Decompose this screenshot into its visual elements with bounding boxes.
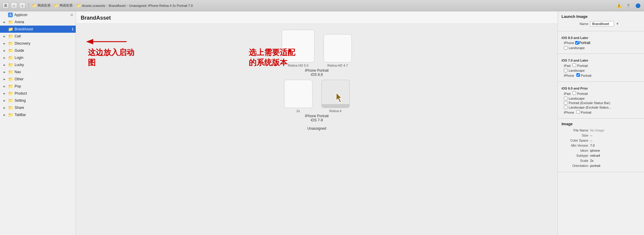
- nav-forward-button[interactable]: ›: [19, 2, 26, 9]
- launch-image-section: Launch Image Name BrandAsset ▼: [558, 11, 644, 31]
- sidebar-item-tabbar[interactable]: ▶ 📁 TabBar: [0, 111, 76, 118]
- ios6-landscape-exclude-label: Landscape (Exclude Status...: [569, 106, 611, 109]
- ios8-landscape-label: Landscape: [569, 46, 585, 50]
- subtype-label: Subtype: [561, 154, 588, 157]
- breadcrumb-item[interactable]: BrandAsset: [109, 4, 126, 7]
- sidebar-item-label: Cell: [15, 34, 21, 38]
- toolbar-separator: [29, 3, 29, 9]
- ios6-portrait-exclude-checkbox[interactable]: [564, 101, 567, 105]
- dropdown-caret[interactable]: ▼: [616, 22, 619, 26]
- slot-2x[interactable]: 2x: [284, 80, 312, 113]
- ios6-portrait-exclude-label: Portrait (Exclude Status Bar): [569, 101, 610, 105]
- toolbar-right: ⚠️ ? 🔵: [615, 2, 642, 10]
- sidebar-item-login[interactable]: ▶ 📁 Login: [0, 54, 76, 61]
- nav-back-button[interactable]: ‹: [11, 2, 17, 9]
- triangle-icon: ▶: [4, 85, 7, 88]
- breadcrumb-label: 网易彩票: [60, 3, 73, 8]
- orientation-row: Orientation portrait: [561, 164, 640, 167]
- canvas-area[interactable]: 这边放入启动图 选上需要适配的系统版本 Retina HD 5.5 Retina…: [76, 24, 558, 235]
- sidebar-item-cell[interactable]: ▶ 📁 Cell: [0, 33, 76, 40]
- breadcrumb-item[interactable]: Unassigned: iPhone Retina 4 2x Portrait …: [129, 4, 193, 7]
- color-space-row: Color Space --: [561, 139, 640, 142]
- ios6-landscape-exclude-row: Landscape (Exclude Status...: [564, 106, 640, 109]
- triangle-icon: ▶: [4, 92, 7, 95]
- folder-icon: 📁: [8, 77, 13, 82]
- breadcrumb-label: Unassigned: iPhone Retina 4 2x Portrait …: [129, 4, 193, 7]
- slot-retina4-box[interactable]: [321, 80, 350, 108]
- folder-icon: 📁: [8, 98, 13, 103]
- name-value-box[interactable]: BrandAsset: [590, 21, 614, 26]
- sidebar-toggle-button[interactable]: ☰: [2, 2, 9, 9]
- breadcrumb-separator: ›: [107, 4, 108, 7]
- file-name-row: File Name No Image: [561, 129, 640, 132]
- breadcrumb-item[interactable]: 📁 Assets.xcassets: [76, 3, 105, 8]
- folder-icon: 📁: [8, 27, 13, 32]
- ios8-landscape-row: Landscape: [564, 46, 640, 50]
- subtype-value: retina4: [590, 154, 600, 157]
- ios6-ipad-row: iPad Portrait: [564, 91, 640, 96]
- sidebar-item-appicon[interactable]: A AppIcon ⚙: [0, 11, 76, 18]
- size-value: --: [590, 134, 592, 137]
- sidebar-item-pop[interactable]: ▶ 📁 Pop: [0, 83, 76, 90]
- sidebar-item-setting[interactable]: ▶ 📁 Setting: [0, 97, 76, 104]
- ios7-ipad-portrait-checkbox[interactable]: [573, 63, 576, 67]
- slot-2x-box[interactable]: [284, 80, 312, 108]
- sidebar-item-label: Share: [15, 106, 24, 110]
- ios8-landscape-checkbox[interactable]: [564, 46, 567, 50]
- sidebar-item-nav[interactable]: ▶ 📁 Nav: [0, 68, 76, 76]
- size-label: Size: [561, 134, 588, 137]
- ios7-iphone-portrait-checkbox[interactable]: [576, 73, 580, 77]
- ios79-section: 2x Retina 4: [284, 80, 350, 122]
- ios6-landscape-exclude-checkbox[interactable]: [564, 106, 567, 109]
- sidebar-item-discovery[interactable]: ▶ 📁 Discovery: [0, 40, 76, 47]
- ios7-ipad-landscape-checkbox[interactable]: [564, 69, 567, 72]
- folder-icon: 📁: [54, 3, 59, 8]
- warning-button[interactable]: ⚠️: [615, 2, 623, 10]
- name-label: Name: [561, 22, 588, 26]
- sidebar-item-label: Nav: [15, 70, 21, 74]
- sidebar-item-product[interactable]: ▶ 📁 Product: [0, 90, 76, 97]
- sidebar-item-label: Pop: [15, 84, 21, 88]
- folder-icon: 📁: [8, 70, 13, 74]
- subtype-row: Subtype retina4: [561, 154, 640, 157]
- ios6-section: iOS 6.0 and Prior iPad Portrait Landscap…: [558, 82, 644, 119]
- unassigned-label: Unassigned: [307, 126, 326, 131]
- sidebar-item-arena[interactable]: ▶ 📁 Arena: [0, 18, 76, 26]
- content-title: BrandAsset: [76, 11, 558, 24]
- sidebar-item-brandasset[interactable]: 📁 BrandAsset ℹ: [0, 26, 76, 33]
- triangle-icon: ▶: [4, 114, 7, 116]
- sidebar-item-label: AppIcon: [14, 13, 27, 17]
- ios6-iphone-portrait-checkbox[interactable]: [576, 110, 580, 114]
- sidebar-item-guide[interactable]: ▶ 📁 Guide: [0, 47, 76, 54]
- sidebar-item-lucky[interactable]: ▶ 📁 Lucky: [0, 61, 76, 68]
- folder-icon: 📁: [8, 84, 13, 89]
- name-row: Name BrandAsset ▼: [561, 21, 640, 26]
- ios8-portrait-checkbox[interactable]: [575, 41, 579, 45]
- ios7-iphone-row: iPhone Portrait: [564, 73, 640, 78]
- sidebar-item-other[interactable]: ▶ 📁 Other: [0, 76, 76, 83]
- retina-hd-47-slot[interactable]: Retina HD 4.7: [323, 34, 352, 67]
- inspector-button[interactable]: 🔵: [634, 2, 642, 10]
- folder-icon: 📁: [32, 3, 37, 8]
- breadcrumb: 📁 网易彩票 › 📁 网易彩票 › 📁 Assets.xcassets › Br…: [32, 3, 613, 8]
- sidebar-item-share[interactable]: ▶ 📁 Share: [0, 104, 76, 111]
- retina-hd-47-box[interactable]: [323, 34, 352, 62]
- appicon-icon: A: [8, 12, 13, 17]
- breadcrumb-item[interactable]: 📁 网易彩票: [32, 3, 51, 8]
- ios8-title: iOS 8.0 and Later: [561, 36, 640, 40]
- ios7-title: iOS 7.0 and Later: [561, 59, 640, 62]
- toolbar: ☰ ‹ › 📁 网易彩票 › 📁 网易彩票 › 📁 Assets.xcasset…: [0, 0, 644, 11]
- ios6-ipad-landscape-checkbox[interactable]: [564, 97, 567, 100]
- ios6-ipad-portrait-checkbox[interactable]: [573, 91, 576, 95]
- help-button[interactable]: ?: [624, 2, 632, 10]
- sidebar-item-label: Product: [15, 91, 27, 95]
- info-icon: ℹ: [72, 27, 73, 31]
- triangle-icon: ▶: [4, 49, 7, 52]
- idiom-row: Idiom iphone: [561, 149, 640, 152]
- min-version-value: 7.0: [590, 144, 595, 147]
- min-version-row: Min Version 7.0: [561, 144, 640, 147]
- slot-retina4[interactable]: Retina 4: [321, 80, 350, 113]
- sidebar-item-label: Login: [15, 56, 23, 60]
- ios6-title: iOS 6.0 and Prior: [561, 87, 640, 90]
- breadcrumb-item[interactable]: 📁 网易彩票: [54, 3, 73, 8]
